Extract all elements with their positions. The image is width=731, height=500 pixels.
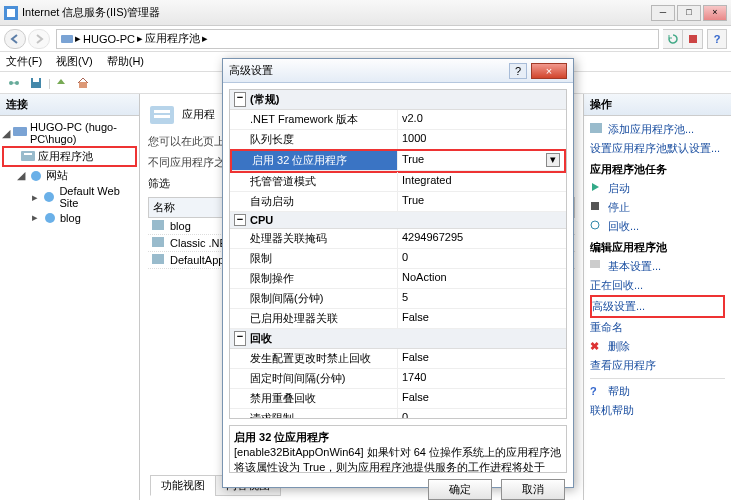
advanced-settings-dialog: 高级设置 ? × −(常规) .NET Framework 版本v2.0 队列长… [222, 58, 574, 488]
menu-view[interactable]: 视图(V) [56, 54, 93, 69]
action-start[interactable]: 启动 [590, 179, 725, 198]
dialog-help-button[interactable]: ? [509, 63, 527, 79]
collapse-icon[interactable]: − [234, 331, 246, 346]
action-view-apps[interactable]: 查看应用程序 [590, 356, 725, 375]
svg-rect-18 [154, 115, 170, 118]
help-toolbar-button[interactable]: ? [707, 29, 727, 49]
prop-enable32bit[interactable]: 启用 32 位应用程序True▾ [232, 151, 564, 171]
page-title: 应用程 [182, 107, 215, 122]
dialog-close-button[interactable]: × [531, 63, 567, 79]
svg-rect-25 [590, 260, 600, 268]
action-stop[interactable]: 停止 [590, 198, 725, 217]
breadcrumb[interactable]: ▸ HUGO-PC ▸ 应用程序池 ▸ [56, 29, 659, 49]
svg-rect-23 [591, 202, 599, 210]
svg-point-24 [591, 221, 599, 229]
collapse-icon[interactable]: − [234, 92, 246, 107]
action-rename[interactable]: 重命名 [590, 318, 725, 337]
minimize-button[interactable]: ─ [651, 5, 675, 21]
save-button[interactable] [26, 74, 46, 92]
svg-rect-12 [24, 153, 32, 155]
svg-rect-8 [33, 78, 39, 82]
actions-header: 操作 [584, 94, 731, 116]
svg-point-14 [44, 192, 54, 202]
home-button[interactable] [73, 74, 93, 92]
action-help[interactable]: ?帮助 [590, 382, 725, 401]
maximize-button[interactable]: □ [677, 5, 701, 21]
svg-rect-1 [7, 9, 15, 17]
svg-rect-3 [689, 35, 697, 43]
action-online-help[interactable]: 联机帮助 [590, 401, 725, 420]
tree-site-default[interactable]: ▸Default Web Site [2, 184, 137, 210]
prop-description: 启用 32 位应用程序 [enable32BitAppOnWin64] 如果针对… [229, 425, 567, 473]
action-add-pool[interactable]: 添加应用程序池... [590, 120, 725, 139]
stop-button-toolbar[interactable] [683, 29, 703, 49]
action-delete[interactable]: ✖删除 [590, 337, 725, 356]
window-title: Internet 信息服务(IIS)管理器 [22, 5, 649, 20]
svg-rect-11 [21, 151, 35, 161]
edit-group: 编辑应用程序池 [590, 240, 725, 255]
tree-apppools[interactable]: 应用程序池 [2, 146, 137, 167]
svg-rect-9 [79, 82, 87, 88]
menu-file[interactable]: 文件(F) [6, 54, 42, 69]
up-button[interactable] [51, 74, 71, 92]
svg-point-15 [45, 213, 55, 223]
tree-host[interactable]: ◢HUGO-PC (hugo-PC\hugo) [2, 120, 137, 146]
apppool-icon [148, 100, 176, 128]
close-button[interactable]: × [703, 5, 727, 21]
dialog-title: 高级设置 [229, 63, 509, 78]
task-group: 应用程序池任务 [590, 162, 725, 177]
refresh-button[interactable] [663, 29, 683, 49]
svg-rect-10 [13, 127, 27, 136]
svg-rect-22 [590, 123, 602, 133]
connections-header: 连接 [6, 97, 28, 112]
svg-point-13 [31, 171, 41, 181]
tree-site-blog[interactable]: ▸blog [2, 210, 137, 225]
nav-back-button[interactable] [4, 29, 26, 49]
action-recycling[interactable]: 正在回收... [590, 276, 725, 295]
cancel-button[interactable]: 取消 [501, 479, 565, 500]
server-icon [61, 33, 73, 45]
tab-features[interactable]: 功能视图 [150, 475, 216, 496]
tree-sites[interactable]: ◢网站 [2, 167, 137, 184]
svg-rect-20 [152, 237, 164, 247]
nav-forward-button[interactable] [28, 29, 50, 49]
connect-button[interactable] [4, 74, 24, 92]
svg-rect-2 [61, 35, 73, 43]
ok-button[interactable]: 确定 [428, 479, 492, 500]
chevron-down-icon[interactable]: ▾ [546, 153, 560, 167]
menu-help[interactable]: 帮助(H) [107, 54, 144, 69]
filter-label: 筛选 [148, 176, 170, 191]
svg-rect-19 [152, 220, 164, 230]
collapse-icon[interactable]: − [234, 214, 246, 226]
svg-rect-21 [152, 254, 164, 264]
action-advanced[interactable]: 高级设置... [590, 295, 725, 318]
property-grid[interactable]: −(常规) .NET Framework 版本v2.0 队列长度1000 启用 … [229, 89, 567, 419]
action-basic[interactable]: 基本设置... [590, 257, 725, 276]
iis-icon [4, 6, 18, 20]
action-recycle[interactable]: 回收... [590, 217, 725, 236]
action-defaults[interactable]: 设置应用程序池默认设置... [590, 139, 725, 158]
svg-rect-17 [154, 110, 170, 113]
